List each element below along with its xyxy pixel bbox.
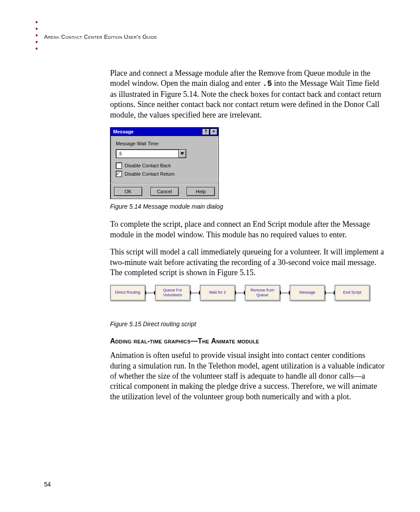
margin-bullets: ••••• [35, 19, 38, 52]
dialog-body: Message Wait Time: .5 Disable Contact Ba… [111, 136, 218, 183]
paragraph-1-code: .5 [262, 79, 272, 88]
paragraph-2: To complete the script, place and connec… [110, 219, 387, 240]
flowchart: Direct Routing Queue For Volunteers Wait… [110, 285, 387, 301]
flow-node-message: Message [290, 285, 325, 301]
dialog-button-row: OK Cancel Help [111, 183, 218, 199]
ok-button[interactable]: OK [114, 187, 142, 196]
cancel-button[interactable]: Cancel [151, 187, 179, 196]
wait-time-label: Message Wait Time: [116, 140, 213, 147]
help-icon[interactable]: ? [202, 129, 210, 135]
flow-connector [190, 291, 200, 295]
flow-connector [325, 291, 335, 295]
message-dialog: Message ? × Message Wait Time: .5 Disabl… [110, 127, 219, 199]
help-button[interactable]: Help [187, 187, 215, 196]
figure-515-caption: Figure 5.15 Direct routing script [110, 320, 387, 328]
svg-marker-0 [181, 152, 184, 155]
figure-514-caption: Figure 5.14 Message module main dialog [110, 203, 387, 210]
paragraph-3: This script will model a call immediatel… [110, 247, 387, 278]
disable-contact-back-row[interactable]: Disable Contact Back [116, 162, 213, 169]
wait-time-input[interactable]: .5 [116, 149, 179, 158]
flow-connector [280, 291, 290, 295]
paragraph-4: Animation is often useful to provide vis… [110, 350, 387, 402]
flow-node-end-script: End Script [335, 285, 370, 301]
flow-connector [145, 291, 155, 295]
disable-contact-back-label: Disable Contact Back [125, 162, 171, 169]
flow-connector [235, 291, 245, 295]
flow-node-queue-volunteers: Queue For Volunteers [155, 285, 190, 301]
flow-node-direct-routing: Direct Routing [110, 285, 145, 301]
disable-contact-return-row[interactable]: Disable Contact Return [116, 171, 213, 177]
close-icon[interactable]: × [210, 129, 217, 135]
dialog-titlebar: Message ? × [111, 128, 218, 136]
running-header: Arena Contact Center Edition User's Guid… [44, 33, 157, 40]
page: ••••• Arena Contact Center Edition User'… [0, 0, 420, 512]
disable-contact-return-label: Disable Contact Return [125, 171, 175, 177]
disable-contact-back-checkbox[interactable] [116, 162, 122, 169]
chevron-down-icon[interactable] [179, 149, 186, 158]
page-number: 54 [44, 481, 51, 488]
flow-node-wait-for-2: Wait for 2 [200, 285, 235, 301]
paragraph-1: Place and connect a Message module after… [110, 68, 387, 120]
flow-node-remove-from-queue: Remove from Queue [245, 285, 280, 301]
disable-contact-return-checkbox[interactable] [116, 171, 122, 177]
section-heading-animate: Adding real-time graphics—The Animate mo… [110, 337, 387, 346]
wait-time-combobox[interactable]: .5 [116, 149, 186, 158]
dialog-title: Message [113, 129, 133, 135]
main-content: Place and connect a Message module after… [110, 68, 387, 409]
